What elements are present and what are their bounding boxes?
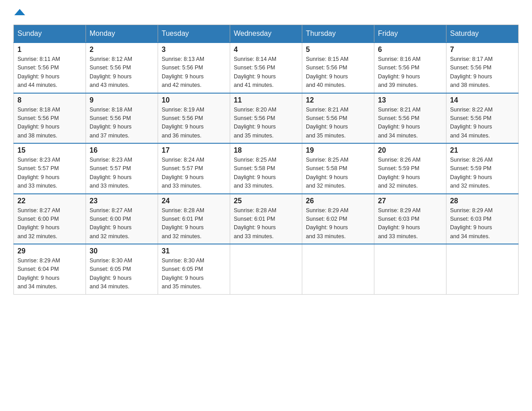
calendar-cell: 29Sunrise: 8:29 AMSunset: 6:04 PMDayligh… [14, 244, 86, 294]
calendar-header-row: SundayMondayTuesdayWednesdayThursdayFrid… [14, 25, 519, 43]
day-number: 28 [450, 197, 515, 205]
calendar-cell: 20Sunrise: 8:26 AMSunset: 5:59 PMDayligh… [374, 143, 446, 194]
calendar-week-row: 1Sunrise: 8:11 AMSunset: 5:56 PMDaylight… [14, 43, 519, 93]
day-info: Sunrise: 8:21 AMSunset: 5:56 PMDaylight:… [306, 106, 370, 141]
day-info: Sunrise: 8:30 AMSunset: 6:05 PMDaylight:… [90, 257, 154, 291]
day-number: 8 [17, 96, 82, 104]
day-info: Sunrise: 8:16 AMSunset: 5:56 PMDaylight:… [378, 55, 442, 90]
day-info: Sunrise: 8:28 AMSunset: 6:01 PMDaylight:… [162, 206, 226, 241]
day-info: Sunrise: 8:24 AMSunset: 5:57 PMDaylight:… [162, 156, 226, 191]
calendar-header-friday: Friday [374, 25, 446, 43]
calendar-cell: 15Sunrise: 8:23 AMSunset: 5:57 PMDayligh… [14, 143, 86, 194]
day-info: Sunrise: 8:23 AMSunset: 5:57 PMDaylight:… [17, 156, 82, 191]
day-info: Sunrise: 8:28 AMSunset: 6:01 PMDaylight:… [234, 206, 298, 241]
day-info: Sunrise: 8:15 AMSunset: 5:56 PMDaylight:… [306, 55, 370, 90]
day-number: 16 [90, 146, 154, 154]
day-info: Sunrise: 8:23 AMSunset: 5:57 PMDaylight:… [90, 156, 154, 191]
day-info: Sunrise: 8:12 AMSunset: 5:56 PMDaylight:… [90, 55, 154, 90]
page-header [13, 9, 519, 16]
day-info: Sunrise: 8:18 AMSunset: 5:56 PMDaylight:… [17, 106, 82, 141]
calendar-cell: 22Sunrise: 8:27 AMSunset: 6:00 PMDayligh… [14, 194, 86, 244]
logo-triangle-icon [14, 9, 25, 15]
calendar-cell: 3Sunrise: 8:13 AMSunset: 5:56 PMDaylight… [158, 43, 230, 93]
day-number: 19 [306, 146, 370, 154]
day-info: Sunrise: 8:27 AMSunset: 6:00 PMDaylight:… [17, 206, 82, 241]
calendar-header-monday: Monday [86, 25, 158, 43]
calendar-cell [302, 244, 374, 294]
day-number: 9 [90, 96, 154, 104]
calendar-cell: 10Sunrise: 8:19 AMSunset: 5:56 PMDayligh… [158, 93, 230, 144]
day-info: Sunrise: 8:26 AMSunset: 5:59 PMDaylight:… [378, 156, 442, 191]
logo-blue-box [14, 9, 25, 16]
calendar-header-saturday: Saturday [446, 25, 519, 43]
calendar-cell: 6Sunrise: 8:16 AMSunset: 5:56 PMDaylight… [374, 43, 446, 93]
day-number: 29 [17, 247, 82, 255]
day-number: 4 [234, 46, 298, 54]
day-number: 15 [17, 146, 82, 154]
day-info: Sunrise: 8:29 AMSunset: 6:04 PMDaylight:… [17, 257, 82, 291]
day-info: Sunrise: 8:13 AMSunset: 5:56 PMDaylight:… [162, 55, 226, 90]
day-number: 12 [306, 96, 370, 104]
calendar-header-wednesday: Wednesday [230, 25, 302, 43]
day-number: 24 [162, 197, 226, 205]
day-number: 18 [234, 146, 298, 154]
calendar-cell: 25Sunrise: 8:28 AMSunset: 6:01 PMDayligh… [230, 194, 302, 244]
calendar-cell: 11Sunrise: 8:20 AMSunset: 5:56 PMDayligh… [230, 93, 302, 144]
calendar-cell: 23Sunrise: 8:27 AMSunset: 6:00 PMDayligh… [86, 194, 158, 244]
day-number: 5 [306, 46, 370, 54]
day-number: 7 [450, 46, 515, 54]
calendar-cell: 24Sunrise: 8:28 AMSunset: 6:01 PMDayligh… [158, 194, 230, 244]
day-number: 14 [450, 96, 515, 104]
day-number: 3 [162, 46, 226, 54]
day-number: 20 [378, 146, 442, 154]
logo [13, 9, 25, 16]
calendar-cell: 1Sunrise: 8:11 AMSunset: 5:56 PMDaylight… [14, 43, 86, 93]
day-info: Sunrise: 8:25 AMSunset: 5:58 PMDaylight:… [306, 156, 370, 191]
day-number: 10 [162, 96, 226, 104]
calendar-cell [446, 244, 519, 294]
calendar-cell: 28Sunrise: 8:29 AMSunset: 6:03 PMDayligh… [446, 194, 519, 244]
calendar-cell: 5Sunrise: 8:15 AMSunset: 5:56 PMDaylight… [302, 43, 374, 93]
day-number: 17 [162, 146, 226, 154]
calendar-cell: 27Sunrise: 8:29 AMSunset: 6:03 PMDayligh… [374, 194, 446, 244]
day-info: Sunrise: 8:25 AMSunset: 5:58 PMDaylight:… [234, 156, 298, 191]
day-info: Sunrise: 8:26 AMSunset: 5:59 PMDaylight:… [450, 156, 515, 191]
calendar-cell: 8Sunrise: 8:18 AMSunset: 5:56 PMDaylight… [14, 93, 86, 144]
calendar-week-row: 8Sunrise: 8:18 AMSunset: 5:56 PMDaylight… [14, 93, 519, 144]
calendar-cell [374, 244, 446, 294]
day-info: Sunrise: 8:29 AMSunset: 6:02 PMDaylight:… [306, 206, 370, 241]
day-info: Sunrise: 8:18 AMSunset: 5:56 PMDaylight:… [90, 106, 154, 141]
calendar-cell: 17Sunrise: 8:24 AMSunset: 5:57 PMDayligh… [158, 143, 230, 194]
day-number: 1 [17, 46, 82, 54]
day-number: 21 [450, 146, 515, 154]
calendar-header-thursday: Thursday [302, 25, 374, 43]
calendar-header-tuesday: Tuesday [158, 25, 230, 43]
day-info: Sunrise: 8:30 AMSunset: 6:05 PMDaylight:… [162, 257, 226, 291]
calendar-header-sunday: Sunday [14, 25, 86, 43]
calendar-cell: 9Sunrise: 8:18 AMSunset: 5:56 PMDaylight… [86, 93, 158, 144]
day-info: Sunrise: 8:14 AMSunset: 5:56 PMDaylight:… [234, 55, 298, 90]
day-info: Sunrise: 8:11 AMSunset: 5:56 PMDaylight:… [17, 55, 82, 90]
day-info: Sunrise: 8:17 AMSunset: 5:56 PMDaylight:… [450, 55, 515, 90]
calendar-cell: 21Sunrise: 8:26 AMSunset: 5:59 PMDayligh… [446, 143, 519, 194]
day-info: Sunrise: 8:21 AMSunset: 5:56 PMDaylight:… [378, 106, 442, 141]
calendar-cell: 16Sunrise: 8:23 AMSunset: 5:57 PMDayligh… [86, 143, 158, 194]
calendar-cell: 19Sunrise: 8:25 AMSunset: 5:58 PMDayligh… [302, 143, 374, 194]
calendar-cell: 14Sunrise: 8:22 AMSunset: 5:56 PMDayligh… [446, 93, 519, 144]
day-info: Sunrise: 8:29 AMSunset: 6:03 PMDaylight:… [450, 206, 515, 241]
calendar-cell: 26Sunrise: 8:29 AMSunset: 6:02 PMDayligh… [302, 194, 374, 244]
day-info: Sunrise: 8:29 AMSunset: 6:03 PMDaylight:… [378, 206, 442, 241]
day-info: Sunrise: 8:27 AMSunset: 6:00 PMDaylight:… [90, 206, 154, 241]
calendar-week-row: 29Sunrise: 8:29 AMSunset: 6:04 PMDayligh… [14, 244, 519, 294]
calendar-cell: 4Sunrise: 8:14 AMSunset: 5:56 PMDaylight… [230, 43, 302, 93]
calendar-cell: 12Sunrise: 8:21 AMSunset: 5:56 PMDayligh… [302, 93, 374, 144]
calendar-cell: 2Sunrise: 8:12 AMSunset: 5:56 PMDaylight… [86, 43, 158, 93]
day-number: 26 [306, 197, 370, 205]
day-number: 2 [90, 46, 154, 54]
calendar-cell: 13Sunrise: 8:21 AMSunset: 5:56 PMDayligh… [374, 93, 446, 144]
day-number: 6 [378, 46, 442, 54]
calendar-cell: 18Sunrise: 8:25 AMSunset: 5:58 PMDayligh… [230, 143, 302, 194]
day-number: 22 [17, 197, 82, 205]
calendar-week-row: 22Sunrise: 8:27 AMSunset: 6:00 PMDayligh… [14, 194, 519, 244]
calendar-week-row: 15Sunrise: 8:23 AMSunset: 5:57 PMDayligh… [14, 143, 519, 194]
